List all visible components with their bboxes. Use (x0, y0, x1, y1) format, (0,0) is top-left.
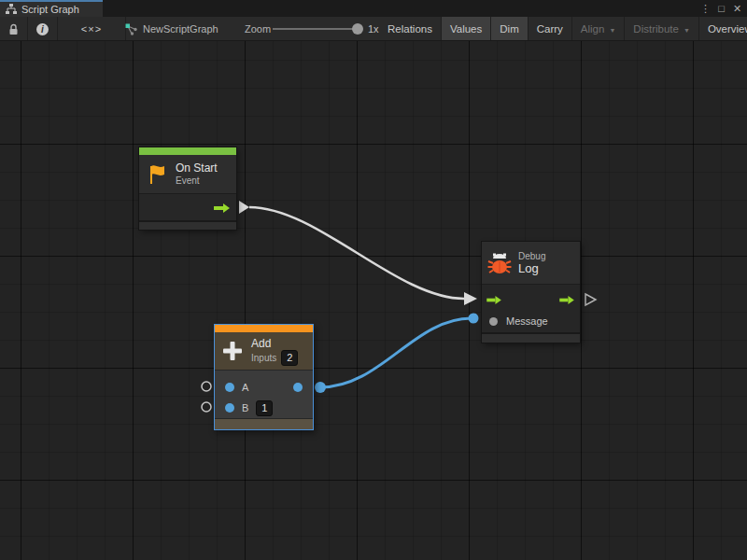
on-start-header: On Start Event (139, 155, 236, 193)
flag-icon (145, 162, 169, 187)
carry-label: Carry (537, 23, 563, 35)
chevron-down-icon: ▼ (684, 27, 690, 34)
info-icon: i (36, 23, 49, 35)
exec-wire-end-arrow[interactable] (464, 292, 477, 305)
window-controls: ⋮ □ ✕ (698, 0, 745, 17)
values-button[interactable]: Values (442, 17, 491, 41)
lock-button[interactable] (0, 17, 28, 41)
zoom-value: 1x (368, 23, 379, 35)
graph-name-label[interactable]: NewScriptGraph (143, 23, 218, 35)
add-footer (215, 419, 313, 429)
on-start-body (139, 193, 236, 220)
add-inputs-count-field[interactable]: 2 (281, 350, 298, 366)
info-button[interactable]: i (28, 17, 58, 41)
graph-toolbar: i <×> NewScriptGraph Zoom 1x Relations V… (0, 17, 747, 41)
maximize-icon[interactable]: □ (713, 3, 729, 14)
script-graph-asset-icon (125, 23, 137, 35)
exec-input-port-icon[interactable] (486, 295, 502, 305)
add-accent-bar (215, 325, 313, 332)
close-icon[interactable]: ✕ (729, 3, 745, 15)
exec-output-port-icon[interactable] (214, 203, 231, 214)
toolbar-right-group: Relations Values Dim Carry Align ▼ Distr… (379, 17, 747, 41)
tab-bar: Script Graph ⋮ □ ✕ (0, 0, 747, 17)
relations-label: Relations (388, 23, 432, 35)
debug-log-body: Message (482, 284, 580, 332)
carry-button[interactable]: Carry (529, 17, 572, 41)
message-port-label: Message (506, 315, 548, 327)
zoom-slider[interactable] (273, 28, 359, 30)
on-start-footer (139, 222, 236, 230)
exec-port-row (482, 288, 580, 311)
message-input-port[interactable] (489, 317, 498, 326)
values-label: Values (450, 23, 482, 35)
zoom-slider-handle[interactable] (352, 23, 363, 35)
sum-output-port[interactable] (293, 383, 303, 392)
debug-log-header: Debug Log (482, 242, 580, 284)
value-wire-end-dot[interactable] (469, 314, 479, 324)
port-row-b: B 1 (215, 398, 313, 418)
input-a-port[interactable] (225, 383, 234, 392)
on-start-title: On Start (176, 161, 218, 175)
dim-label: Dim (500, 23, 518, 35)
window-menu-icon[interactable]: ⋮ (698, 3, 713, 15)
add-input-b-outer-port[interactable] (202, 402, 211, 412)
lock-icon (8, 23, 19, 35)
add-header: Add Inputs 2 (215, 332, 313, 370)
exec-wire[interactable] (249, 207, 464, 299)
graph-hierarchy-icon (6, 4, 17, 15)
event-accent-bar (139, 147, 236, 155)
tab-script-graph[interactable]: Script Graph (0, 0, 103, 17)
input-b-port[interactable] (225, 403, 234, 413)
input-b-label: B (242, 402, 248, 413)
on-start-subtitle: Event (176, 175, 218, 187)
code-view-button[interactable]: <×> (58, 17, 126, 41)
debug-log-footer (482, 334, 580, 343)
add-title: Add (251, 337, 298, 350)
debug-log-title: Log (518, 262, 545, 275)
distribute-dropdown[interactable]: Distribute ▼ (625, 17, 699, 41)
input-a-label: A (242, 382, 248, 393)
exec-wire-start-arrow[interactable] (239, 201, 249, 214)
tab-label: Script Graph (21, 4, 79, 15)
input-b-value-field[interactable]: 1 (256, 400, 273, 416)
toolbar-middle-group: NewScriptGraph Zoom 1x (125, 17, 218, 41)
distribute-label: Distribute (633, 23, 679, 35)
relations-button[interactable]: Relations (379, 17, 442, 41)
node-add[interactable]: Add Inputs 2 A B 1 (214, 324, 314, 430)
toolbar-left-group: i <×> (0, 17, 126, 41)
zoom-label: Zoom (245, 23, 271, 35)
graph-canvas[interactable]: On Start Event (0, 41, 747, 560)
bug-icon (487, 251, 512, 275)
chevron-down-icon: ▼ (609, 27, 615, 34)
overview-label: Overview (708, 23, 747, 35)
align-dropdown[interactable]: Align ▼ (572, 17, 626, 41)
value-wire-start-dot[interactable] (315, 382, 326, 393)
code-icon: <×> (81, 23, 102, 35)
value-wire[interactable] (320, 318, 472, 387)
node-on-start[interactable]: On Start Event (139, 147, 236, 230)
script-graph-window: Script Graph ⋮ □ ✕ i <×> (0, 0, 747, 560)
node-debug-log[interactable]: Debug Log Message (482, 242, 580, 343)
message-port-row: Message (482, 311, 580, 331)
log-exit-outer-port[interactable] (585, 294, 596, 305)
plus-icon (220, 339, 245, 363)
port-row-a: A (215, 377, 313, 398)
dim-button[interactable]: Dim (491, 17, 528, 41)
overview-button[interactable]: Overview (699, 17, 747, 41)
add-subtitle: Inputs (251, 352, 276, 364)
exec-output-port-icon[interactable] (559, 295, 575, 305)
add-input-a-outer-port[interactable] (202, 382, 211, 391)
wire-layer (0, 41, 747, 560)
add-body: A B 1 (215, 370, 313, 418)
align-label: Align (581, 23, 605, 35)
